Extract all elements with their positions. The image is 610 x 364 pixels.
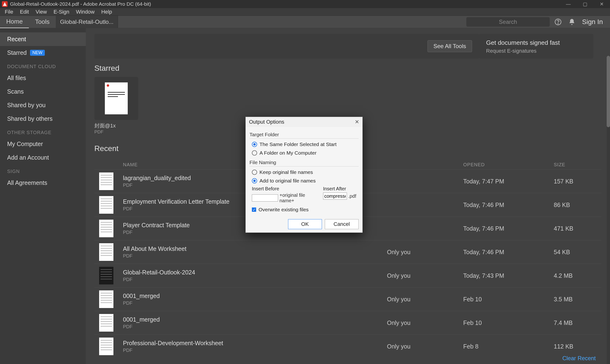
- bell-icon[interactable]: [568, 18, 575, 26]
- document-owner: Only you: [387, 343, 463, 350]
- recent-row[interactable]: Global-Retail-Outlook-2024PDFOnly youTod…: [94, 264, 601, 287]
- checkbox-icon: ✓: [252, 208, 256, 212]
- document-opened: Feb 10: [463, 296, 554, 303]
- pdf-ext-label: .pdf: [348, 194, 356, 199]
- recent-row[interactable]: 0001_mergedPDFOnly youFeb 107.4 MB: [94, 311, 601, 335]
- document-size: 7.4 MB: [554, 319, 601, 326]
- document-opened: Today, 7:46 PM: [463, 202, 554, 208]
- document-thumbnail-icon: [99, 196, 113, 214]
- dialog-close-icon[interactable]: ✕: [355, 119, 359, 125]
- cancel-button[interactable]: Cancel: [325, 219, 359, 229]
- close-window-button[interactable]: ✕: [593, 0, 610, 8]
- starred-thumbnail[interactable]: 封面@1x PDF: [94, 77, 138, 135]
- get-signed-card[interactable]: Get documents signed fast Request E-sign…: [479, 34, 593, 59]
- radio-icon: [252, 178, 257, 183]
- insert-before-input[interactable]: [252, 195, 278, 202]
- sidebar-item-shared-by-you[interactable]: Shared by you: [0, 98, 86, 112]
- menubar: File Edit View E-Sign Window Help: [0, 8, 610, 16]
- document-thumbnail-icon: [99, 314, 113, 332]
- sidebar-heading-document-cloud: DOCUMENT CLOUD: [0, 60, 86, 71]
- document-thumbnail-icon: [99, 267, 113, 285]
- sidebar: Recent Starred NEW DOCUMENT CLOUD All fi…: [0, 28, 86, 364]
- document-name: All About Me Worksheet: [123, 245, 387, 252]
- document-thumbnail-icon: [99, 338, 113, 355]
- menu-esign[interactable]: E-Sign: [50, 9, 73, 15]
- see-all-tools-button[interactable]: See All Tools: [428, 40, 472, 52]
- sidebar-item-add-account[interactable]: Add an Account: [0, 151, 86, 164]
- document-tab[interactable]: Global-Retail-Outlo...: [56, 16, 118, 28]
- document-opened: Feb 8: [463, 343, 554, 350]
- minimize-button[interactable]: —: [560, 0, 577, 8]
- document-size: 54 KB: [554, 249, 601, 256]
- sidebar-item-my-computer[interactable]: My Computer: [0, 137, 86, 151]
- starred-thumb-type: PDF: [94, 129, 138, 135]
- help-icon[interactable]: [555, 18, 562, 26]
- radio-add-original[interactable]: Add to original file names: [249, 177, 359, 185]
- sidebar-heading-other-storage: OTHER STORAGE: [0, 126, 86, 137]
- tab-tools[interactable]: Tools: [29, 16, 56, 28]
- document-type: PDF: [123, 277, 387, 282]
- col-opened-header[interactable]: OPENED: [463, 162, 554, 168]
- ok-button[interactable]: OK: [288, 219, 322, 229]
- document-owner: Only you: [387, 272, 463, 279]
- document-size: 86 KB: [554, 202, 601, 208]
- document-opened: Feb 10: [463, 319, 554, 326]
- radio-add-original-label: Add to original file names: [260, 178, 316, 184]
- menu-help[interactable]: Help: [98, 9, 115, 15]
- top-tabs: Home Tools Global-Retail-Outlo... Search…: [0, 16, 610, 28]
- col-size-header[interactable]: SIZE: [554, 162, 601, 168]
- document-opened: Today, 7:43 PM: [463, 272, 554, 279]
- radio-same-folder-label: The Same Folder Selected at Start: [260, 142, 337, 147]
- menu-view[interactable]: View: [32, 9, 50, 15]
- document-opened: Today, 7:47 PM: [463, 178, 554, 185]
- dialog-title: Output Options: [249, 119, 284, 125]
- search-input[interactable]: Search: [466, 17, 550, 27]
- recent-row[interactable]: Professional-Development-WorksheetPDFOnl…: [94, 335, 601, 358]
- document-opened: Today, 7:46 PM: [463, 225, 554, 232]
- document-owner: Only you: [387, 249, 463, 256]
- document-owner: Only you: [387, 319, 463, 326]
- document-thumbnail-icon: [99, 220, 113, 237]
- radio-my-computer-label: A Folder on My Computer: [260, 150, 316, 156]
- menu-file[interactable]: File: [1, 9, 16, 15]
- insert-after-input[interactable]: [323, 193, 347, 200]
- scrollbar-thumb[interactable]: [607, 56, 610, 127]
- recent-row[interactable]: 0001_mergedPDFOnly youFeb 103.5 MB: [94, 287, 601, 311]
- recent-row[interactable]: All About Me WorksheetPDFOnly youToday, …: [94, 240, 601, 264]
- acrobat-icon: [2, 1, 8, 7]
- radio-keep-original[interactable]: Keep original file names: [249, 168, 359, 177]
- get-signed-sub: Request E-signatures: [486, 48, 586, 54]
- starred-section-title: Starred: [94, 64, 601, 73]
- radio-icon: [252, 169, 257, 175]
- radio-my-computer[interactable]: A Folder on My Computer: [249, 149, 359, 157]
- document-thumbnail-icon: [99, 172, 113, 190]
- maximize-button[interactable]: ▢: [577, 0, 593, 8]
- sidebar-item-starred[interactable]: Starred NEW: [0, 46, 86, 60]
- sidebar-item-all-agreements[interactable]: All Agreements: [0, 176, 86, 190]
- window-title: Global-Retail-Outlook-2024.pdf - Adobe A…: [10, 1, 151, 7]
- document-size: 4.2 MB: [554, 272, 601, 279]
- insert-after-label: Insert After: [323, 186, 356, 192]
- output-options-dialog: Output Options ✕ Target Folder The Same …: [246, 117, 363, 233]
- sidebar-item-shared-by-others[interactable]: Shared by others: [0, 112, 86, 126]
- document-name: Global-Retail-Outlook-2024: [123, 269, 387, 276]
- sign-in-button[interactable]: Sign In: [582, 18, 603, 26]
- sidebar-item-recent[interactable]: Recent: [0, 32, 86, 46]
- menu-edit[interactable]: Edit: [16, 9, 32, 15]
- document-type: PDF: [123, 348, 387, 353]
- overwrite-checkbox-row[interactable]: ✓ Overwrite existing files: [249, 205, 359, 214]
- document-size: 471 KB: [554, 225, 601, 232]
- titlebar: Global-Retail-Outlook-2024.pdf - Adobe A…: [0, 0, 610, 8]
- document-type: PDF: [123, 324, 387, 329]
- clear-recent-link[interactable]: Clear Recent: [562, 355, 596, 362]
- sidebar-item-scans[interactable]: Scans: [0, 85, 86, 98]
- menu-window[interactable]: Window: [73, 9, 98, 15]
- radio-icon: [252, 150, 257, 156]
- document-thumbnail-icon: [99, 290, 113, 308]
- tab-home[interactable]: Home: [0, 15, 29, 28]
- tools-promo-card: See All Tools: [94, 34, 479, 59]
- insert-before-label: Insert Before: [252, 186, 321, 192]
- radio-same-folder[interactable]: The Same Folder Selected at Start: [249, 140, 359, 149]
- sidebar-item-all-files[interactable]: All files: [0, 71, 86, 85]
- document-owner: Only you: [387, 296, 463, 303]
